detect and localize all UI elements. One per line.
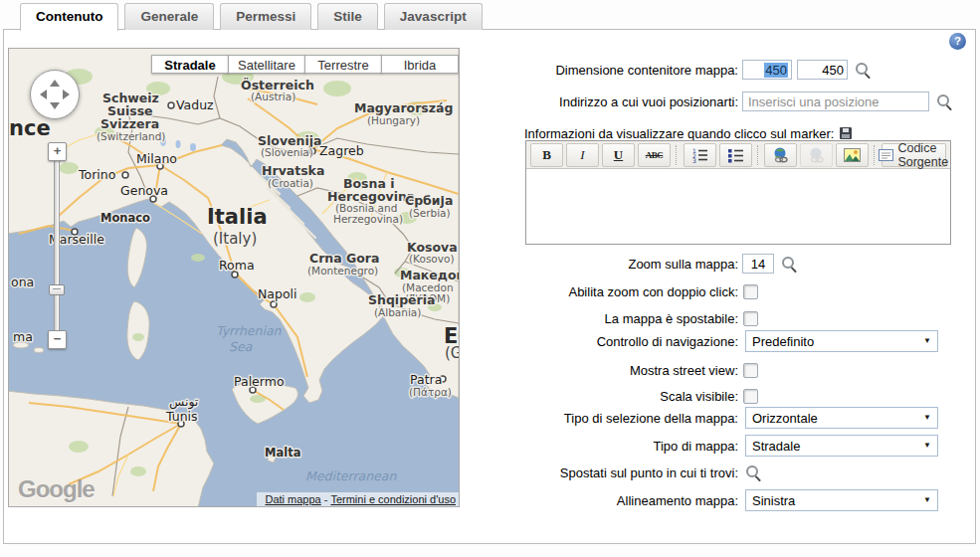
map-label: nce bbox=[9, 116, 51, 140]
page: { "icons": {"caret": "▼", "plus": "+", "… bbox=[0, 0, 980, 557]
svg-text:3: 3 bbox=[692, 157, 696, 163]
editor-image-button[interactable] bbox=[836, 143, 869, 167]
strike-icon: ABC bbox=[646, 150, 664, 160]
nav-control-select[interactable]: Predefinito ▼ bbox=[745, 330, 938, 352]
editor-italic-button[interactable]: I bbox=[566, 143, 599, 167]
map-label: (Albania) bbox=[374, 306, 421, 318]
map-label: Македон bbox=[400, 268, 459, 282]
editor-link-button[interactable] bbox=[764, 143, 797, 167]
map-type-value: Stradale bbox=[752, 439, 800, 454]
locate-search-icon[interactable] bbox=[745, 464, 762, 481]
map-width-input[interactable]: 450 bbox=[742, 60, 792, 80]
zoom-row: Zoom sulla mappa: 14 bbox=[518, 253, 798, 275]
zoom-input[interactable]: 14 bbox=[742, 254, 774, 274]
map-label: Sea bbox=[229, 339, 253, 354]
save-icon[interactable] bbox=[840, 127, 852, 139]
map-label: Zagreb bbox=[319, 143, 364, 158]
draggable-checkbox[interactable] bbox=[743, 311, 758, 326]
dblclick-row: Abilita zoom con doppio click: bbox=[518, 280, 758, 302]
street-view-checkbox[interactable] bbox=[743, 363, 758, 378]
tab-generale[interactable]: Generale bbox=[124, 3, 214, 30]
map-height-input[interactable]: 450 bbox=[797, 60, 848, 80]
tab-stile[interactable]: Stile bbox=[317, 3, 378, 30]
locate-label: Spostati sul punto in cui ti trovi: bbox=[518, 465, 738, 480]
italic-icon: I bbox=[580, 147, 584, 163]
help-icon[interactable]: ? bbox=[949, 33, 966, 50]
dimension-row: Dimensione contenitore mappa: 450 450 bbox=[518, 59, 872, 81]
map-label: Palermo bbox=[234, 374, 285, 389]
map-preview[interactable]: nceSchweizSuisseSvizzera(Switzerland)Vad… bbox=[8, 48, 460, 507]
google-logo: Google bbox=[18, 475, 95, 503]
scale-checkbox[interactable] bbox=[743, 389, 758, 404]
editor-source-button[interactable]: Codice Sorgente bbox=[882, 143, 946, 167]
zoom-slider-handle[interactable] bbox=[49, 284, 65, 295]
zoom-in-button[interactable]: + bbox=[48, 142, 67, 161]
editor-strike-button[interactable]: ABC bbox=[638, 143, 671, 167]
ul-icon bbox=[727, 147, 744, 163]
dropdown-caret-icon: ▼ bbox=[923, 442, 931, 450]
map-label: Italia bbox=[207, 205, 268, 229]
toolbar-separator bbox=[757, 145, 760, 165]
city-dot bbox=[168, 102, 174, 108]
map-label: Napoli bbox=[258, 286, 297, 301]
editor-ul-button[interactable] bbox=[719, 143, 752, 167]
map-label: Torino bbox=[78, 167, 115, 182]
marker-info-label: Informazioni da visualizzare quando clic… bbox=[524, 126, 834, 141]
map-label: (Hungary) bbox=[367, 114, 420, 126]
ol-icon: 123 bbox=[691, 147, 708, 163]
map-label: (Gre bbox=[445, 344, 459, 362]
nav-control-value: Predefinito bbox=[752, 334, 814, 349]
link-icon bbox=[772, 147, 789, 163]
editor-underline-button[interactable]: U bbox=[602, 143, 635, 167]
map-label: Tyrrhenian bbox=[216, 323, 283, 338]
map-label: Shqipëria bbox=[368, 292, 435, 307]
tab-bar: ContenutoGeneralePermessiStileJavascript bbox=[20, 3, 483, 31]
zoom-search-icon[interactable] bbox=[781, 256, 798, 273]
map-label: Genova bbox=[120, 183, 168, 198]
map-label: Malta bbox=[265, 446, 300, 460]
editor-content-area[interactable] bbox=[526, 169, 950, 244]
address-search-icon[interactable] bbox=[936, 93, 953, 110]
map-label: Hrvatska bbox=[262, 163, 324, 178]
map-type-button-terrestre[interactable]: Terrestre bbox=[304, 55, 382, 74]
selection-type-row: Tipo di selezione della mappa: Orizzonta… bbox=[518, 407, 938, 429]
map-type-select[interactable]: Stradale ▼ bbox=[745, 435, 938, 457]
selection-type-select[interactable]: Orizzontale ▼ bbox=[745, 407, 938, 429]
tab-contenuto[interactable]: Contenuto bbox=[20, 3, 118, 31]
scale-label: Scala visibile: bbox=[518, 389, 738, 404]
map-label: (Austria) bbox=[251, 91, 295, 102]
address-input[interactable]: Inserisci una posizione bbox=[742, 92, 929, 111]
map-label: Vaduz bbox=[176, 97, 214, 112]
zoom-out-button[interactable]: − bbox=[48, 330, 67, 349]
city-dot bbox=[122, 172, 128, 178]
map-data-link[interactable]: Dati mappa bbox=[265, 493, 320, 505]
map-label: (Serbia) bbox=[409, 207, 451, 219]
alignment-select[interactable]: Sinistra ▼ bbox=[745, 489, 938, 511]
editor-ol-button[interactable]: 123 bbox=[684, 143, 716, 167]
zoom-slider-track[interactable] bbox=[54, 159, 60, 332]
tab-permessi[interactable]: Permessi bbox=[220, 3, 311, 30]
editor-unlink-button[interactable] bbox=[800, 143, 833, 167]
map-label: (Kosovo) bbox=[409, 253, 455, 265]
map-type-button-stradale[interactable]: Stradale bbox=[151, 55, 229, 74]
source-icon bbox=[879, 148, 893, 162]
nav-control-row: Controllo di navigazione: Predefinito ▼ bbox=[518, 330, 938, 352]
map-label: Herzegovina) bbox=[333, 213, 403, 225]
tab-javascript[interactable]: Javascript bbox=[384, 3, 483, 30]
draggable-row: La mappa è spostabile: bbox=[518, 307, 758, 329]
editor-bold-button[interactable]: B bbox=[530, 143, 563, 167]
map-label: Svizzera bbox=[100, 116, 159, 131]
pan-control[interactable] bbox=[30, 70, 80, 119]
map-label: Tunis bbox=[165, 409, 198, 424]
dimension-search-icon[interactable] bbox=[855, 62, 872, 79]
nav-control-label: Controllo di navigazione: bbox=[518, 334, 738, 349]
address-row: Indirizzo a cui vuoi posizionarti: Inser… bbox=[518, 91, 953, 112]
content-panel: ? bbox=[3, 29, 976, 544]
dimension-label: Dimensione contenitore mappa: bbox=[518, 63, 738, 78]
map-width-value: 450 bbox=[764, 63, 788, 78]
terms-link[interactable]: Termini e condizioni d'uso bbox=[330, 493, 456, 505]
dblclick-checkbox[interactable] bbox=[743, 284, 758, 299]
toolbar-separator bbox=[874, 145, 877, 165]
map-type-button-satellitare[interactable]: Satellitare bbox=[228, 55, 305, 74]
map-type-button-ibrida[interactable]: Ibrida bbox=[381, 55, 459, 74]
